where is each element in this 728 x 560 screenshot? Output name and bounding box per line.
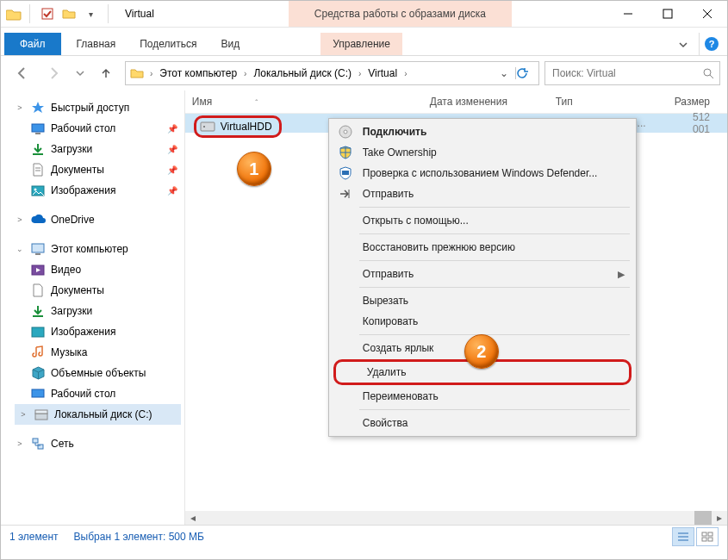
back-button[interactable] — [8, 61, 35, 85]
sidebar-onedrive[interactable]: >OneDrive — [15, 209, 181, 230]
minimize-button[interactable] — [608, 1, 648, 27]
help-icon: ? — [705, 37, 719, 51]
svg-rect-22 — [33, 439, 38, 443]
disc-icon — [337, 123, 354, 140]
ctx-copy[interactable]: Копировать — [332, 311, 633, 332]
search-input[interactable] — [551, 66, 697, 80]
svg-point-5 — [704, 69, 711, 76]
sidebar-item-downloads[interactable]: Загрузки — [15, 301, 181, 321]
tab-view[interactable]: Вид — [208, 33, 252, 55]
shield-icon — [337, 144, 354, 161]
qat-dropdown-icon[interactable]: ▾ — [81, 4, 100, 23]
ribbon-collapse-icon[interactable] — [673, 34, 694, 55]
pictures-icon — [30, 183, 46, 198]
svg-rect-7 — [32, 124, 44, 132]
sidebar-item-3dobjects[interactable]: Объемные объекты — [15, 363, 181, 383]
breadcrumb-item[interactable]: Virtual — [366, 67, 399, 79]
navigation-pane: >Быстрый доступ Рабочий стол📌 Загрузки📌 … — [1, 90, 184, 525]
ctx-rename[interactable]: Переименовать — [332, 386, 633, 407]
drive-icon — [34, 407, 49, 422]
sidebar-item-downloads[interactable]: Загрузки📌 — [15, 139, 181, 159]
search-box[interactable] — [544, 61, 720, 85]
tab-home[interactable]: Главная — [65, 33, 128, 55]
ctx-restore-previous[interactable]: Восстановить прежнюю версию — [332, 237, 633, 258]
sidebar-item-documents[interactable]: Документы — [15, 280, 181, 301]
address-dropdown-icon[interactable]: ⌄ — [496, 67, 512, 79]
column-headers: Имяˆ Дата изменения Тип Размер — [185, 90, 727, 114]
chevron-right-icon[interactable]: › — [148, 69, 154, 78]
sidebar-item-local-disk-c[interactable]: >Локальный диск (C:) — [15, 404, 181, 425]
breadcrumb-item[interactable]: Локальный диск (C:) — [252, 67, 353, 79]
sidebar-item-pictures[interactable]: Изображения — [15, 321, 181, 342]
svg-rect-15 — [35, 253, 40, 255]
forward-button[interactable] — [40, 61, 68, 85]
file-list[interactable]: VirtualHDD 05.08.2019 17:38 Файл образа … — [185, 114, 727, 525]
sidebar-quick-access[interactable]: >Быстрый доступ — [15, 97, 181, 118]
column-header-name[interactable]: Имяˆ — [185, 96, 423, 108]
address-bar[interactable]: › Этот компьютер › Локальный диск (C:) ›… — [125, 61, 539, 85]
sidebar-item-music[interactable]: Музыка — [15, 342, 181, 363]
breadcrumb-item[interactable]: Этот компьютер — [158, 67, 239, 79]
tab-share[interactable]: Поделиться — [128, 33, 208, 55]
close-button[interactable] — [688, 1, 727, 27]
column-header-size[interactable]: Размер — [668, 96, 727, 108]
svg-rect-0 — [42, 9, 53, 19]
titlebar: ▾ Virtual Средства работы с образами дис… — [1, 1, 727, 28]
sidebar-item-desktop[interactable]: Рабочий стол — [15, 383, 181, 404]
sidebar-item-videos[interactable]: Видео — [15, 259, 181, 280]
ctx-open-with[interactable]: Открыть с помощью... — [332, 210, 633, 231]
pin-icon: 📌 — [167, 145, 177, 154]
music-icon — [30, 345, 46, 360]
file-list-pane: Имяˆ Дата изменения Тип Размер VirtualHD… — [184, 90, 727, 525]
column-header-date[interactable]: Дата изменения — [423, 96, 549, 108]
chevron-right-icon[interactable]: › — [242, 69, 248, 78]
up-button[interactable] — [92, 61, 120, 85]
chevron-right-icon[interactable]: › — [357, 69, 363, 78]
ctx-defender-scan[interactable]: Проверка с использованием Windows Defend… — [332, 163, 633, 184]
sidebar-item-desktop[interactable]: Рабочий стол📌 — [15, 118, 181, 139]
sidebar-network[interactable]: >Сеть — [15, 433, 181, 454]
maximize-button[interactable] — [648, 1, 688, 27]
svg-point-25 — [203, 126, 205, 128]
ctx-share[interactable]: Отправить — [332, 184, 633, 204]
view-details-button[interactable] — [672, 527, 694, 546]
ctx-mount[interactable]: Подключить — [332, 121, 633, 142]
explorer-window: ▾ Virtual Средства работы с образами дис… — [0, 0, 728, 560]
desktop-icon — [30, 121, 46, 136]
status-bar: 1 элемент Выбран 1 элемент: 500 МБ — [1, 525, 727, 548]
ctx-properties[interactable]: Свойства — [332, 413, 633, 433]
tab-manage[interactable]: Управление — [320, 33, 402, 55]
recent-locations-button[interactable] — [73, 61, 87, 85]
svg-rect-21 — [35, 410, 47, 414]
ctx-send-to[interactable]: Отправить▶ — [332, 264, 633, 284]
svg-point-13 — [34, 188, 37, 190]
annotation-callout-1: VirtualHDD — [194, 115, 282, 138]
pc-icon — [30, 241, 46, 257]
status-selection: Выбран 1 элемент: 500 МБ — [74, 531, 204, 543]
search-icon[interactable] — [702, 67, 714, 79]
view-large-icons-button[interactable] — [696, 527, 719, 546]
scroll-right-icon[interactable]: ▸ — [712, 511, 727, 525]
svg-rect-18 — [32, 327, 44, 337]
help-button[interactable]: ? — [699, 33, 724, 55]
svg-point-27 — [344, 130, 347, 134]
tab-file[interactable]: Файл — [4, 33, 61, 55]
chevron-right-icon[interactable]: › — [402, 69, 408, 78]
refresh-icon[interactable] — [515, 67, 535, 79]
svg-rect-33 — [708, 532, 712, 536]
ctx-take-ownership[interactable]: Take Ownership — [332, 142, 633, 163]
horizontal-scrollbar[interactable]: ◂ ▸ — [185, 511, 727, 525]
column-header-type[interactable]: Тип — [549, 96, 668, 108]
qat-newfolder-icon[interactable] — [59, 4, 78, 23]
scroll-left-icon[interactable]: ◂ — [185, 511, 201, 525]
ctx-cut[interactable]: Вырезать — [332, 290, 633, 311]
sidebar-item-documents[interactable]: Документы📌 — [15, 159, 181, 180]
folder-icon — [6, 8, 22, 21]
file-name: VirtualHDD — [221, 121, 272, 133]
pictures-icon — [30, 324, 46, 339]
qat-properties-icon[interactable] — [38, 4, 57, 23]
scrollbar-thumb[interactable] — [694, 511, 712, 525]
svg-rect-28 — [342, 171, 349, 175]
sidebar-item-pictures[interactable]: Изображения📌 — [15, 180, 181, 201]
sidebar-this-pc[interactable]: ⌄Этот компьютер — [15, 239, 181, 259]
